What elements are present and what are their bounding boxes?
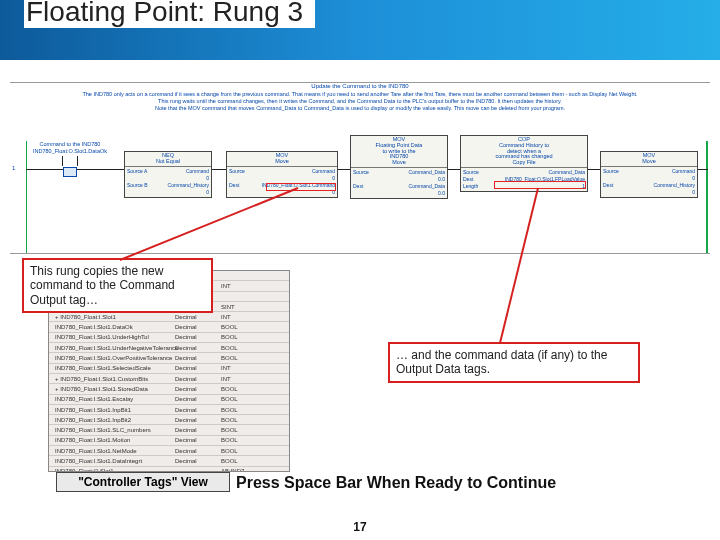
rung-desc-line: The IND780 only acts on a command if it …: [40, 91, 680, 98]
xic-symbol: [62, 156, 78, 166]
instr-head: MOV Move: [227, 152, 337, 167]
power-rail-right: [706, 141, 708, 253]
cop-instruction: COP Command History to detect when a com…: [460, 135, 588, 192]
tag-row: IND780_Float:I.Slot1.MotionDecimalBOOL: [49, 436, 289, 446]
instr-head: NEQ Not Equal: [125, 152, 211, 167]
tag-row: IND780_Float:I.Slot1.OverPositiveToleran…: [49, 353, 289, 363]
instr-head: COP Command History to detect when a com…: [461, 136, 587, 168]
instr-body: SourceCommand_Data DestIND780_Float:O.Sl…: [461, 168, 587, 191]
instr-body: SourceCommand 0 DestCommand_History 0: [601, 167, 697, 197]
xic-contact: Command to the IND780 IND780_Float:O.Slo…: [32, 141, 108, 177]
xic-tag: IND780_Float:O.Slot1.DataOk: [32, 148, 108, 154]
tag-row: + IND780_Float:I.Slot1.CustomBitsDecimal…: [49, 374, 289, 384]
mov1-instruction: MOV Move SourceCommand 0 DestIND780_Floa…: [226, 151, 338, 198]
tag-row: + IND780_Float:I.Slot1DecimalINT: [49, 312, 289, 322]
mov3-instruction: MOV Move SourceCommand 0 DestCommand_His…: [600, 151, 698, 198]
slide-title: Floating Point: Rung 3: [24, 0, 315, 28]
rung-heading: Update the Command to the IND780: [311, 83, 408, 89]
ladder-rung: Update the Command to the IND780 The IND…: [10, 82, 710, 254]
instr-body: SourceCommand_Data 0.0 DestCommand_Data …: [351, 168, 447, 198]
tag-row: IND780_Float:I.Slot1.SLC_numbersDecimalB…: [49, 425, 289, 435]
tag-row: IND780_Float:I.Slot1.UnderNegativeTolera…: [49, 343, 289, 353]
instr-head: MOV Floating Point Data to write to the …: [351, 136, 447, 168]
tag-row: IND780_Float:I.Slot1.DataIntegrtDecimalB…: [49, 456, 289, 466]
mov2-instruction: MOV Floating Point Data to write to the …: [350, 135, 448, 199]
tag-row: IND780_Float:I.Slot1.SelectedScaleDecima…: [49, 364, 289, 374]
rung-desc: The IND780 only acts on a command if it …: [40, 91, 680, 112]
page-number: 17: [353, 520, 366, 534]
rung-desc-line: Note that the MOV command that moves Com…: [40, 105, 680, 112]
title-bar: Floating Point: Rung 3: [0, 0, 720, 60]
tag-row: IND780_Float:I.Slot1.UnderHighTolDecimal…: [49, 333, 289, 343]
callout-left: This rung copies the new command to the …: [22, 258, 213, 313]
slide-content: Update the Command to the IND780 The IND…: [0, 60, 720, 540]
instr-body: SourceCommand 0 DestIND780_Float:O.Slot1…: [227, 167, 337, 197]
instr-sub: Move: [227, 159, 337, 165]
tag-row: IND780_Float:I.Slot1.InpBit1DecimalBOOL: [49, 405, 289, 415]
tags-view-label: "Controller Tags" View: [56, 472, 230, 492]
instr-sub: Move: [601, 159, 697, 165]
tag-row: IND780_Float:I.Slot1.EscalayDecimalBOOL: [49, 395, 289, 405]
instruction-text: Press Space Bar When Ready to Continue: [236, 474, 556, 492]
tag-row: + IND780_Float:I.Slot1.StoredDataDecimal…: [49, 384, 289, 394]
instr-body: Source ACommand 0 Source BCommand_Histor…: [125, 167, 211, 197]
instr-sub: Not Equal: [125, 159, 211, 165]
tag-row: IND780_Float:I.Slot1.InpBit2DecimalBOOL: [49, 415, 289, 425]
instr-sub: Command History to detect when a command…: [461, 143, 587, 166]
callout-right: … and the command data (if any) to the O…: [388, 342, 640, 383]
power-rail-left: [26, 141, 27, 253]
xic-label: Command to the IND780: [32, 141, 108, 147]
instr-sub: Floating Point Data to write to the IND7…: [351, 143, 447, 166]
rung-number: 1: [12, 165, 15, 171]
instr-head: MOV Move: [601, 152, 697, 167]
tag-row: IND780_Float:I.Slot1.DataOkDecimalBOOL: [49, 322, 289, 332]
neq-instruction: NEQ Not Equal Source ACommand 0 Source B…: [124, 151, 212, 198]
xic-value: [63, 167, 77, 177]
rung-desc-line: This rung waits until the command change…: [40, 98, 680, 105]
tag-row: IND780_Float:I.Slot1.NetModeDecimalBOOL: [49, 446, 289, 456]
